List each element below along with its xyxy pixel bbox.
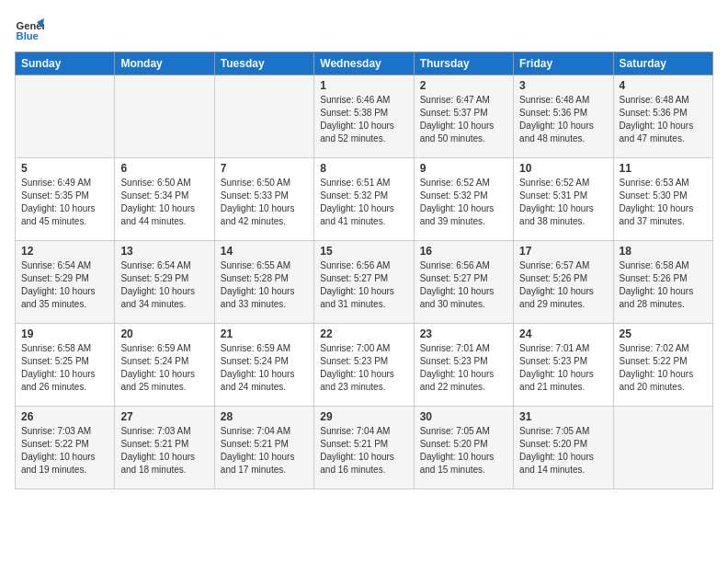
day-info: Sunrise: 6:56 AM Sunset: 5:27 PM Dayligh… [320,259,407,311]
day-info: Sunrise: 7:04 AM Sunset: 5:21 PM Dayligh… [221,425,308,477]
day-number: 17 [519,245,607,258]
day-number: 10 [519,162,607,175]
day-header-wednesday: Wednesday [314,52,414,75]
calendar-cell: 4Sunrise: 6:48 AM Sunset: 5:36 PM Daylig… [613,75,712,158]
day-info: Sunrise: 7:03 AM Sunset: 5:21 PM Dayligh… [120,425,208,477]
day-number: 15 [320,245,407,258]
day-info: Sunrise: 6:53 AM Sunset: 5:30 PM Dayligh… [620,177,707,228]
day-info: Sunrise: 6:56 AM Sunset: 5:27 PM Dayligh… [420,259,507,311]
day-info: Sunrise: 6:46 AM Sunset: 5:38 PM Dayligh… [320,94,407,145]
day-info: Sunrise: 6:57 AM Sunset: 5:26 PM Dayligh… [519,259,607,311]
calendar-week-1: 1Sunrise: 6:46 AM Sunset: 5:38 PM Daylig… [16,75,713,158]
day-number: 18 [620,245,707,258]
day-number: 3 [519,79,607,92]
day-info: Sunrise: 6:58 AM Sunset: 5:26 PM Dayligh… [620,259,707,311]
calendar-table: SundayMondayTuesdayWednesdayThursdayFrid… [15,52,713,489]
calendar-cell: 29Sunrise: 7:04 AM Sunset: 5:21 PM Dayli… [314,407,414,489]
day-info: Sunrise: 6:50 AM Sunset: 5:34 PM Dayligh… [120,177,208,228]
calendar-cell: 28Sunrise: 7:04 AM Sunset: 5:21 PM Dayli… [214,407,313,489]
calendar-week-2: 5Sunrise: 6:49 AM Sunset: 5:35 PM Daylig… [16,158,713,241]
day-number: 22 [320,327,407,340]
day-number: 26 [21,410,108,423]
day-number: 25 [620,327,707,340]
day-info: Sunrise: 6:48 AM Sunset: 5:36 PM Dayligh… [620,94,707,145]
day-number: 30 [420,410,507,423]
calendar-cell [214,75,313,158]
day-info: Sunrise: 6:54 AM Sunset: 5:29 PM Dayligh… [21,259,108,311]
calendar-cell: 22Sunrise: 7:00 AM Sunset: 5:23 PM Dayli… [314,324,414,407]
calendar-cell: 17Sunrise: 6:57 AM Sunset: 5:26 PM Dayli… [514,241,613,324]
day-info: Sunrise: 7:01 AM Sunset: 5:23 PM Dayligh… [420,342,507,394]
calendar-cell: 5Sunrise: 6:49 AM Sunset: 5:35 PM Daylig… [16,158,115,241]
day-info: Sunrise: 6:55 AM Sunset: 5:28 PM Dayligh… [221,259,308,311]
day-number: 1 [320,79,407,92]
day-info: Sunrise: 6:54 AM Sunset: 5:29 PM Dayligh… [120,259,208,311]
day-number: 28 [221,410,308,423]
calendar-week-5: 26Sunrise: 7:03 AM Sunset: 5:22 PM Dayli… [16,407,713,489]
calendar-cell [115,75,214,158]
day-number: 11 [620,162,707,175]
calendar-week-4: 19Sunrise: 6:58 AM Sunset: 5:25 PM Dayli… [16,324,713,407]
calendar-cell: 13Sunrise: 6:54 AM Sunset: 5:29 PM Dayli… [115,241,214,324]
calendar-cell [16,75,115,158]
calendar-cell: 2Sunrise: 6:47 AM Sunset: 5:37 PM Daylig… [414,75,513,158]
calendar-cell: 12Sunrise: 6:54 AM Sunset: 5:29 PM Dayli… [16,241,115,324]
calendar-cell: 20Sunrise: 6:59 AM Sunset: 5:24 PM Dayli… [115,324,214,407]
day-info: Sunrise: 6:47 AM Sunset: 5:37 PM Dayligh… [420,94,507,145]
calendar-cell: 6Sunrise: 6:50 AM Sunset: 5:34 PM Daylig… [115,158,214,241]
day-number: 9 [420,162,507,175]
day-info: Sunrise: 6:50 AM Sunset: 5:33 PM Dayligh… [221,177,308,228]
calendar-cell: 14Sunrise: 6:55 AM Sunset: 5:28 PM Dayli… [214,241,313,324]
calendar-cell: 8Sunrise: 6:51 AM Sunset: 5:32 PM Daylig… [314,158,414,241]
day-number: 23 [420,327,507,340]
logo: General Blue [15,15,44,44]
calendar-cell [613,407,712,489]
day-number: 21 [221,327,308,340]
calendar-cell: 10Sunrise: 6:52 AM Sunset: 5:31 PM Dayli… [514,158,613,241]
calendar-cell: 7Sunrise: 6:50 AM Sunset: 5:33 PM Daylig… [214,158,313,241]
day-number: 4 [620,79,707,92]
day-info: Sunrise: 6:52 AM Sunset: 5:31 PM Dayligh… [519,177,607,228]
calendar-header-row: SundayMondayTuesdayWednesdayThursdayFrid… [16,52,713,75]
page-header: General Blue [15,15,713,44]
day-info: Sunrise: 7:05 AM Sunset: 5:20 PM Dayligh… [519,425,607,477]
day-number: 13 [120,245,208,258]
day-info: Sunrise: 7:00 AM Sunset: 5:23 PM Dayligh… [320,342,407,394]
day-info: Sunrise: 6:49 AM Sunset: 5:35 PM Dayligh… [21,177,108,228]
day-number: 24 [519,327,607,340]
day-number: 20 [120,327,208,340]
svg-text:Blue: Blue [17,30,39,41]
calendar-cell: 9Sunrise: 6:52 AM Sunset: 5:32 PM Daylig… [414,158,513,241]
calendar-week-3: 12Sunrise: 6:54 AM Sunset: 5:29 PM Dayli… [16,241,713,324]
day-header-tuesday: Tuesday [214,52,313,75]
day-header-monday: Monday [115,52,214,75]
calendar-cell: 23Sunrise: 7:01 AM Sunset: 5:23 PM Dayli… [414,324,513,407]
day-info: Sunrise: 7:04 AM Sunset: 5:21 PM Dayligh… [320,425,407,477]
day-number: 31 [519,410,607,423]
calendar-cell: 18Sunrise: 6:58 AM Sunset: 5:26 PM Dayli… [613,241,712,324]
day-info: Sunrise: 6:59 AM Sunset: 5:24 PM Dayligh… [221,342,308,394]
calendar-cell: 3Sunrise: 6:48 AM Sunset: 5:36 PM Daylig… [514,75,613,158]
day-number: 2 [420,79,507,92]
day-number: 8 [320,162,407,175]
day-number: 27 [120,410,208,423]
calendar-cell: 24Sunrise: 7:01 AM Sunset: 5:23 PM Dayli… [514,324,613,407]
calendar-cell: 15Sunrise: 6:56 AM Sunset: 5:27 PM Dayli… [314,241,414,324]
calendar-cell: 19Sunrise: 6:58 AM Sunset: 5:25 PM Dayli… [16,324,115,407]
day-header-thursday: Thursday [414,52,513,75]
day-info: Sunrise: 6:48 AM Sunset: 5:36 PM Dayligh… [519,94,607,145]
day-info: Sunrise: 6:52 AM Sunset: 5:32 PM Dayligh… [420,177,507,228]
day-info: Sunrise: 7:03 AM Sunset: 5:22 PM Dayligh… [21,425,108,477]
day-header-friday: Friday [514,52,613,75]
day-info: Sunrise: 6:58 AM Sunset: 5:25 PM Dayligh… [21,342,108,394]
day-info: Sunrise: 6:59 AM Sunset: 5:24 PM Dayligh… [120,342,208,394]
calendar-cell: 26Sunrise: 7:03 AM Sunset: 5:22 PM Dayli… [16,407,115,489]
day-number: 19 [21,327,108,340]
day-info: Sunrise: 7:02 AM Sunset: 5:22 PM Dayligh… [620,342,707,394]
logo-icon: General Blue [15,15,44,44]
day-header-sunday: Sunday [16,52,115,75]
day-number: 5 [21,162,108,175]
day-info: Sunrise: 7:05 AM Sunset: 5:20 PM Dayligh… [420,425,507,477]
day-number: 16 [420,245,507,258]
calendar-cell: 30Sunrise: 7:05 AM Sunset: 5:20 PM Dayli… [414,407,513,489]
